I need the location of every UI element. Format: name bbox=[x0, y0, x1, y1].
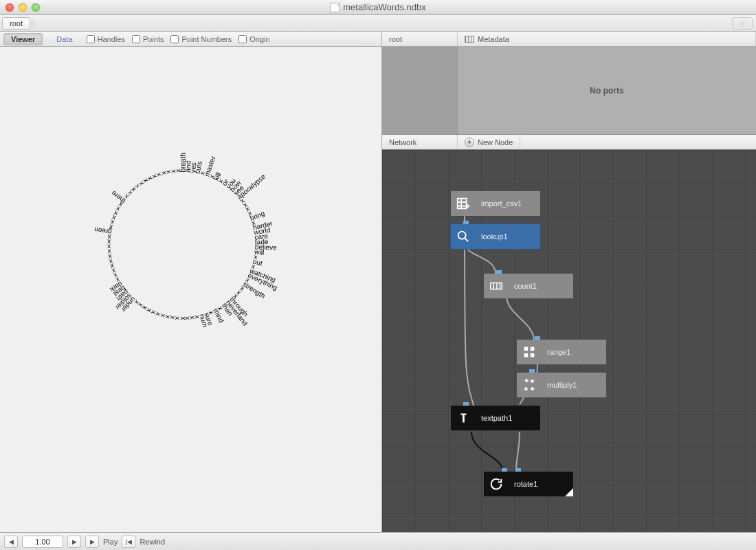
svg-rect-5 bbox=[531, 347, 535, 351]
play-label: Play bbox=[103, 538, 118, 546]
settings-button[interactable] bbox=[732, 17, 753, 30]
svg-point-2 bbox=[458, 232, 466, 239]
check-origin[interactable]: Origin bbox=[238, 35, 269, 43]
frame-field[interactable]: 1.00 bbox=[22, 536, 63, 548]
play-button[interactable]: ▶ bbox=[85, 536, 99, 548]
svg-point-0 bbox=[742, 22, 744, 24]
document-icon bbox=[330, 3, 340, 12]
node-lookup[interactable]: lookup1 bbox=[451, 224, 540, 249]
gear-icon bbox=[738, 19, 746, 28]
properties-body: No ports bbox=[382, 47, 756, 135]
svg-rect-6 bbox=[524, 353, 529, 358]
node-range[interactable]: range1 bbox=[517, 340, 606, 364]
node-multiply[interactable]: multiply1 bbox=[517, 373, 606, 397]
check-points[interactable]: Points bbox=[132, 35, 164, 43]
no-ports-label: No ports bbox=[458, 47, 756, 134]
minimize-icon[interactable] bbox=[19, 3, 27, 12]
breadcrumb-bar: root bbox=[0, 15, 756, 32]
search-icon bbox=[451, 224, 476, 249]
right-pane: root Metadata No ports Network + New Nod… bbox=[382, 32, 756, 532]
node-rotate[interactable]: rotate1 bbox=[484, 472, 573, 496]
node-count[interactable]: count1 bbox=[484, 274, 573, 298]
rewind-label: Rewind bbox=[140, 538, 165, 546]
frame-back-button[interactable]: ◀ bbox=[4, 536, 18, 548]
tab-data[interactable]: Data bbox=[49, 34, 79, 45]
render-flag-icon bbox=[565, 488, 573, 496]
check-point-numbers[interactable]: Point Numbers bbox=[170, 35, 232, 43]
main-split: Viewer Data Handles Points Point Numbers… bbox=[0, 32, 756, 532]
network-canvas[interactable]: import_csv1 lookup1 count1 range1 mu bbox=[382, 150, 756, 532]
rewind-button[interactable]: |◀ bbox=[122, 536, 135, 548]
breadcrumb-root[interactable]: root bbox=[2, 17, 30, 30]
network-toolbar: Network + New Node bbox=[382, 135, 756, 150]
svg-rect-7 bbox=[531, 353, 535, 358]
close-icon[interactable] bbox=[5, 3, 14, 12]
properties-toolbar: root Metadata bbox=[382, 32, 756, 47]
radial-word: x bbox=[175, 169, 182, 173]
title-text: metallicaWords.ndbx bbox=[343, 2, 425, 12]
frame-forward-button[interactable]: ▶ bbox=[67, 536, 81, 548]
metadata-icon bbox=[465, 36, 474, 43]
tab-metadata[interactable]: Metadata bbox=[458, 32, 756, 46]
check-handles[interactable]: Handles bbox=[87, 35, 125, 43]
node-import-csv[interactable]: import_csv1 bbox=[451, 191, 540, 216]
viewer-canvas[interactable]: breathandyescutsxmasterxkillxoryounowsee… bbox=[0, 47, 381, 532]
viewer-toolbar: Viewer Data Handles Points Point Numbers… bbox=[0, 32, 381, 47]
left-pane: Viewer Data Handles Points Point Numbers… bbox=[0, 32, 382, 532]
window-title: metallicaWords.ndbx bbox=[330, 2, 425, 12]
zoom-icon[interactable] bbox=[32, 3, 40, 12]
svg-rect-4 bbox=[524, 347, 529, 351]
table-icon bbox=[451, 191, 476, 216]
playback-bar: ◀ 1.00 ▶ ▶ Play |◀ Rewind bbox=[0, 532, 756, 550]
tab-viewer[interactable]: Viewer bbox=[3, 33, 43, 45]
new-node-button[interactable]: + New Node bbox=[458, 135, 520, 149]
rotate-icon bbox=[484, 472, 509, 496]
titlebar: metallicaWords.ndbx bbox=[0, 0, 756, 15]
math-icon bbox=[517, 373, 542, 397]
node-textpath[interactable]: textpath1 bbox=[451, 406, 540, 430]
text-icon bbox=[451, 406, 476, 430]
counter-icon bbox=[484, 274, 509, 298]
node-thumbnail bbox=[382, 47, 458, 134]
window-controls bbox=[0, 3, 40, 12]
network-header: Network bbox=[382, 135, 458, 149]
plus-icon: + bbox=[465, 138, 474, 147]
grid-icon bbox=[517, 340, 542, 364]
props-root-label[interactable]: root bbox=[382, 32, 458, 46]
